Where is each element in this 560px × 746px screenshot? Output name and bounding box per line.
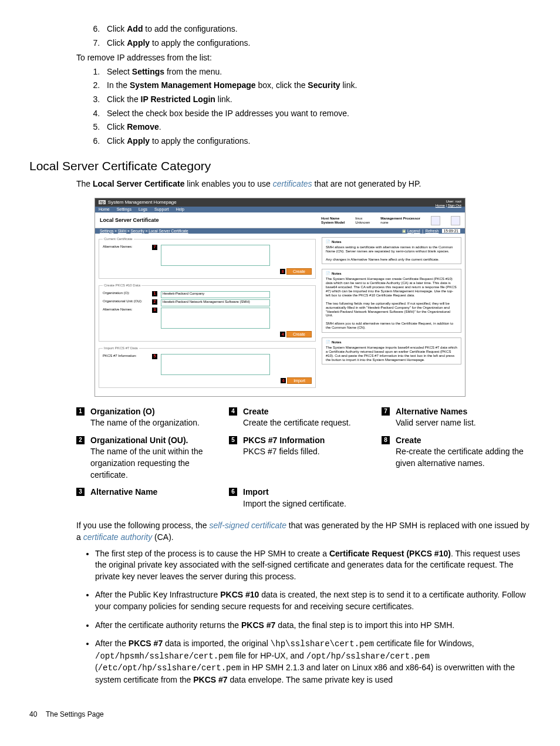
grid-icon[interactable] — [451, 216, 460, 225]
callout-1: 1 — [152, 291, 157, 296]
step-7: Click Apply to apply the configurations. — [102, 38, 531, 49]
rm-step-3: Click the IP Restricted Login link. — [102, 94, 531, 106]
current-cert-fieldset: Current Certificate Alternative Names: 7… — [99, 237, 316, 279]
timestamp: 15:09:21 — [442, 229, 460, 233]
callout-3: 3 — [152, 308, 157, 313]
callout-5: 5 — [152, 354, 157, 359]
step-6: Click Add to add the configurations. — [102, 23, 531, 35]
nav-tabs: Home Settings Logs Support Help — [95, 207, 465, 212]
tab-home[interactable]: Home — [99, 207, 110, 211]
process-bullet: After the certificate authority returns … — [95, 620, 531, 632]
section-intro: The Local Server Certificate link enable… — [76, 178, 531, 190]
callout-8: 8 — [280, 269, 285, 274]
legend-link[interactable]: Legend — [407, 229, 420, 233]
callout-2: 2 — [152, 299, 157, 305]
home-link[interactable]: Home — [436, 204, 445, 207]
rm-step-4: Select the check box beside the IP addre… — [102, 108, 531, 120]
rm-step-5: Click Remove. — [102, 121, 531, 133]
process-bullet: After the PKCS #7 data is imported, the … — [95, 638, 531, 686]
alt-names-input-2[interactable] — [161, 308, 270, 329]
rm-step-2: In the System Management Homepage box, c… — [102, 80, 531, 92]
create-cert-button[interactable]: Create — [286, 268, 312, 275]
refresh-link[interactable]: Refresh — [426, 229, 439, 233]
host-info: Host NameSystem Model linuxUnknown Manag… — [321, 216, 460, 225]
breadcrumb: Settings » SMH » Security » Local Server… — [100, 229, 188, 233]
remove-intro: To remove IP addresses from the list: — [76, 52, 531, 64]
ou-input[interactable]: Hewlett-Packard Network Management Softw… — [161, 299, 270, 306]
rm-step-6: Click Apply to apply the configurations. — [102, 136, 531, 147]
callout-6: 6 — [281, 378, 286, 383]
process-bullets: The first step of the process is to caus… — [82, 548, 531, 686]
alt-names-input[interactable] — [161, 245, 270, 266]
header-user: User: root Home | Sign Out — [436, 200, 461, 208]
tab-logs[interactable]: Logs — [139, 207, 147, 211]
create-pkcs10-fieldset: Create PKCS #10 Data Organization (O): 1… — [99, 283, 316, 342]
create-pkcs10-button[interactable]: Create — [286, 331, 312, 337]
notes-panel-1: Notes SMH allows setting a certificate w… — [322, 237, 461, 264]
tab-support[interactable]: Support — [154, 207, 169, 211]
import-button[interactable]: Import — [287, 377, 312, 384]
pkcs7-input[interactable] — [161, 354, 270, 375]
section-heading: Local Server Certificate Category — [29, 157, 531, 174]
notes-panel-3: Notes The System Management Homepage imp… — [322, 337, 461, 364]
page-footer: 40The Settings Page — [29, 710, 531, 720]
notes-panel-2: Notes The System Management Homepage can… — [322, 269, 461, 332]
import-pkcs7-fieldset: Import PKCS #7 Data PKCS #7 Information:… — [99, 346, 316, 388]
process-bullet: After the Public Key Infrastructure PKCS… — [95, 589, 531, 612]
callout-4: 4 — [280, 332, 285, 337]
signout-link[interactable]: Sign Out — [448, 204, 461, 207]
callout-7: 7 — [152, 245, 157, 250]
hp-logo: hp — [99, 200, 106, 204]
smh-screenshot: User: root Home | Sign Out hpSystem Mana… — [95, 198, 465, 396]
tab-help[interactable]: Help — [176, 207, 184, 211]
app-title: System Management Homepage — [108, 200, 177, 205]
printer-icon[interactable] — [431, 216, 440, 225]
org-input[interactable]: Hewlett-Packard Company — [161, 291, 270, 298]
page-title: Local Server Certificate — [100, 217, 159, 223]
process-intro: If you use the following process, the se… — [76, 520, 531, 543]
callout-legend: 1 Organization (O)The name of the organi… — [76, 406, 531, 515]
tab-settings[interactable]: Settings — [117, 207, 131, 211]
rm-step-1: Select Settings from the menu. — [102, 66, 531, 78]
process-bullet: The first step of the process is to caus… — [95, 548, 531, 583]
